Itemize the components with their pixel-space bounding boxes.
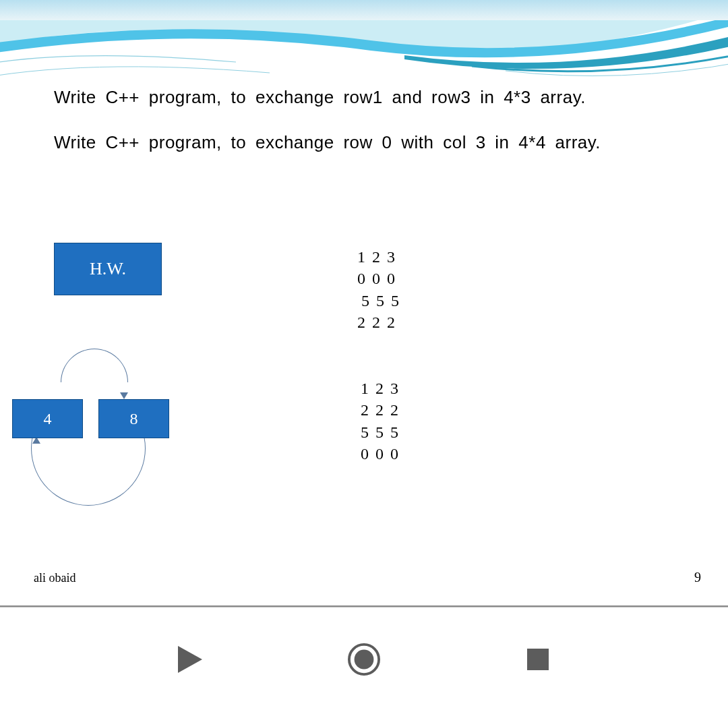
task-2-text: Write C++ program, to exchange row 0 wit… — [54, 129, 674, 156]
matrix-row: 0 0 0 — [357, 268, 399, 289]
page-number: 9 — [694, 570, 701, 585]
matrix-row: 1 2 3 — [357, 246, 399, 268]
task-1-text: Write C++ program, to exchange row1 and … — [54, 84, 674, 111]
arrow-down-icon — [120, 392, 128, 399]
matrix-row: 0 0 0 — [361, 443, 398, 465]
record-icon — [348, 643, 380, 676]
swap-value-b-text: 8 — [130, 410, 138, 428]
status-bar — [0, 0, 728, 20]
svg-point-2 — [355, 650, 374, 670]
swap-diagram: 4 8 — [12, 351, 174, 512]
swap-value-b: 8 — [98, 399, 169, 438]
stop-button[interactable] — [522, 643, 554, 676]
matrix-before: 1 2 3 0 0 0 5 5 5 2 2 2 — [357, 246, 399, 334]
matrix-row: 2 2 2 — [361, 399, 398, 421]
svg-rect-3 — [527, 649, 549, 670]
screen: Write C++ program, to exchange row1 and … — [0, 0, 728, 712]
svg-marker-0 — [178, 646, 202, 673]
slide: Write C++ program, to exchange row1 and … — [0, 20, 728, 607]
play-icon — [177, 645, 204, 674]
homework-box: H.W. — [54, 243, 162, 295]
swap-value-a-text: 4 — [44, 410, 52, 428]
record-button[interactable] — [348, 643, 380, 676]
slide-content: Write C++ program, to exchange row1 and … — [0, 20, 728, 156]
play-button[interactable] — [174, 643, 206, 676]
media-nav-bar — [0, 607, 728, 712]
matrix-row: 2 2 2 — [357, 312, 399, 333]
matrix-row: 5 5 5 — [357, 290, 399, 312]
matrix-after: 1 2 3 2 2 2 5 5 5 0 0 0 — [361, 378, 398, 465]
stop-icon — [526, 648, 549, 671]
author-label: ali obaid — [34, 571, 75, 585]
matrix-row: 1 2 3 — [361, 378, 398, 399]
swap-value-a: 4 — [12, 399, 83, 438]
homework-label: H.W. — [90, 259, 126, 279]
matrix-row: 5 5 5 — [361, 421, 398, 443]
